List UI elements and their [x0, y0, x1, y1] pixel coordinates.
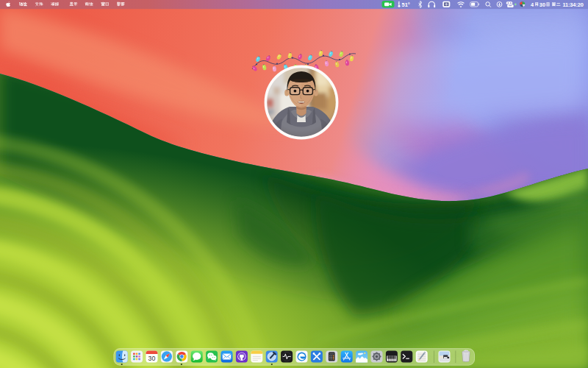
svg-text:30: 30 — [148, 355, 156, 362]
svg-text:30: 30 — [539, 1, 545, 8]
svg-text:11:34:20: 11:34:20 — [562, 1, 583, 8]
svg-text:51°: 51° — [402, 1, 410, 8]
